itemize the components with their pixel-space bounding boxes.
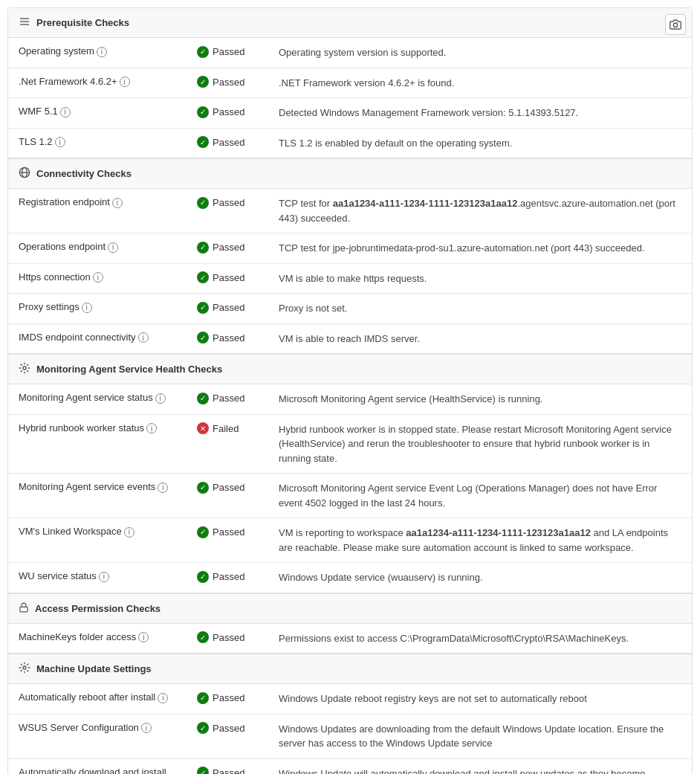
table-row: Operations endpointi ✓ Passed TCP test f… xyxy=(8,233,692,264)
svg-point-7 xyxy=(23,666,26,669)
check-status: ✓ Passed xyxy=(187,518,268,563)
table-row: WU service statusi ✓ Passed Windows Upda… xyxy=(8,563,692,593)
status-icon-passed: ✓ xyxy=(197,136,209,148)
table-row: TLS 1.2i ✓ Passed TLS 1.2 is enabled by … xyxy=(8,128,692,158)
check-description: Windows Update service (wuauserv) is run… xyxy=(268,563,692,593)
status-label: Passed xyxy=(213,332,244,344)
status-badge: ✓ Passed xyxy=(197,302,244,314)
check-description: Hybrid runbook worker is in stopped stat… xyxy=(268,414,692,474)
info-icon[interactable]: i xyxy=(158,483,168,493)
table-row: Monitoring Agent service eventsi ✓ Passe… xyxy=(8,474,692,518)
status-label: Passed xyxy=(213,302,244,313)
info-icon[interactable]: i xyxy=(120,77,130,87)
check-status: ✓ Passed xyxy=(187,294,268,324)
check-description: Detected Windows Management Framework ve… xyxy=(268,98,692,129)
table-monitoring: Monitoring Agent service statusi ✓ Passe… xyxy=(8,384,692,593)
status-badge: ✓ Passed xyxy=(197,393,244,404)
status-label: Passed xyxy=(213,46,244,57)
status-icon-passed: ✓ xyxy=(197,46,209,58)
sections-container: Prerequisite Checks Operating systemi ✓ … xyxy=(8,8,692,774)
info-icon[interactable]: i xyxy=(138,632,149,642)
check-name: Operating systemi xyxy=(8,38,187,68)
status-icon-passed: ✓ xyxy=(197,76,209,88)
info-icon[interactable]: i xyxy=(141,723,152,733)
main-container: Prerequisite Checks Operating systemi ✓ … xyxy=(7,7,693,774)
info-icon[interactable]: i xyxy=(97,47,107,57)
check-description: Operating system version is supported. xyxy=(268,38,692,68)
check-status: ✓ Passed xyxy=(187,714,268,758)
status-icon-passed: ✓ xyxy=(197,767,209,774)
info-icon[interactable]: i xyxy=(108,242,118,253)
check-name: VM's Linked Workspacei xyxy=(8,518,187,563)
info-icon[interactable]: i xyxy=(112,198,123,208)
status-icon-passed: ✓ xyxy=(197,482,209,494)
check-name: Automatically reboot after installi xyxy=(8,684,187,714)
section-connectivity: Connectivity Checks Registration endpoin… xyxy=(8,158,692,353)
info-icon[interactable]: i xyxy=(82,303,92,313)
status-label: Passed xyxy=(213,767,244,775)
check-status: ✓ Passed xyxy=(187,263,268,294)
status-icon-passed: ✓ xyxy=(197,393,209,404)
status-icon-passed: ✓ xyxy=(197,692,209,704)
table-row: VM's Linked Workspacei ✓ Passed VM is re… xyxy=(8,518,692,563)
table-row: Automatically download and installi ✓ Pa… xyxy=(8,758,692,774)
check-name: MachineKeys folder accessi xyxy=(8,624,187,654)
status-badge: ✓ Passed xyxy=(197,767,244,774)
status-icon-passed: ✓ xyxy=(197,242,209,254)
status-badge: ✓ Passed xyxy=(197,631,244,643)
status-label: Passed xyxy=(213,482,244,493)
camera-button[interactable] xyxy=(665,14,686,35)
info-icon[interactable]: i xyxy=(60,107,71,117)
status-icon-passed: ✓ xyxy=(197,197,209,209)
section-icon-machine-update xyxy=(19,662,30,676)
status-label: Passed xyxy=(213,242,244,253)
info-icon[interactable]: i xyxy=(124,527,135,538)
check-status: ✕ Failed xyxy=(187,414,268,474)
table-row: Registration endpointi ✓ Passed TCP test… xyxy=(8,189,692,233)
status-label: Passed xyxy=(213,137,244,148)
status-icon-passed: ✓ xyxy=(197,271,209,283)
status-badge: ✓ Passed xyxy=(197,242,244,254)
section-title-machine-update: Machine Update Settings xyxy=(36,663,152,674)
status-label: Passed xyxy=(213,632,244,643)
svg-point-0 xyxy=(673,23,677,27)
status-icon-passed: ✓ xyxy=(197,302,209,314)
section-icon-prerequisite xyxy=(19,16,30,30)
table-row: WMF 5.1i ✓ Passed Detected Windows Manag… xyxy=(8,98,692,129)
section-title-prerequisite: Prerequisite Checks xyxy=(36,17,129,28)
status-badge: ✓ Passed xyxy=(197,136,244,148)
table-row: Https connectioni ✓ Passed VM is able to… xyxy=(8,263,692,294)
status-badge: ✕ Failed xyxy=(197,422,239,434)
check-name: Hybrid runbook worker statusi xyxy=(8,414,187,474)
table-row: IMDS endpoint connectivityi ✓ Passed VM … xyxy=(8,323,692,353)
check-description: TCP test for jpe-jobruntimedata-prod-su1… xyxy=(268,233,692,264)
status-badge: ✓ Passed xyxy=(197,46,244,58)
status-label: Passed xyxy=(213,272,244,283)
status-icon-passed: ✓ xyxy=(197,571,209,583)
status-icon-failed: ✕ xyxy=(197,422,209,434)
section-header-access: Access Permission Checks xyxy=(8,594,692,624)
check-status: ✓ Passed xyxy=(187,758,268,774)
check-description: TLS 1.2 is enabled by default on the ope… xyxy=(268,128,692,158)
check-name: Registration endpointi xyxy=(8,189,187,233)
info-icon[interactable]: i xyxy=(93,272,103,283)
check-description: Microsoft Monitoring Agent service Event… xyxy=(268,474,692,518)
table-row: WSUS Server Configurationi ✓ Passed Wind… xyxy=(8,714,692,758)
info-icon[interactable]: i xyxy=(138,332,149,343)
check-status: ✓ Passed xyxy=(187,474,268,518)
status-badge: ✓ Passed xyxy=(197,722,244,734)
info-icon[interactable]: i xyxy=(99,572,109,582)
check-status: ✓ Passed xyxy=(187,323,268,353)
info-icon[interactable]: i xyxy=(55,137,65,147)
info-icon[interactable]: i xyxy=(158,693,168,703)
info-icon[interactable]: i xyxy=(155,393,166,404)
table-machine-update: Automatically reboot after installi ✓ Pa… xyxy=(8,684,692,774)
section-icon-monitoring xyxy=(19,362,30,376)
check-name: Automatically download and installi xyxy=(8,758,187,774)
info-icon[interactable]: i xyxy=(146,423,157,433)
section-title-connectivity: Connectivity Checks xyxy=(36,168,132,179)
check-status: ✓ Passed xyxy=(187,128,268,158)
status-badge: ✓ Passed xyxy=(197,526,244,538)
status-icon-passed: ✓ xyxy=(197,106,209,118)
check-status: ✓ Passed xyxy=(187,384,268,414)
